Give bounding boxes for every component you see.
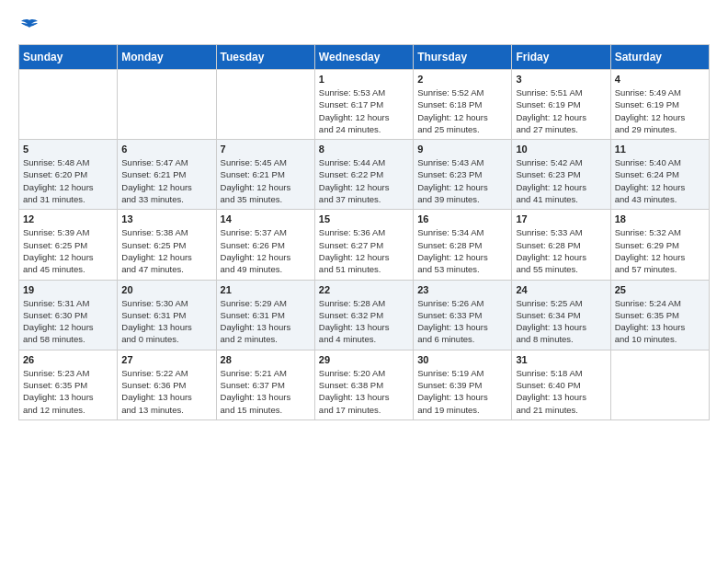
day-cell: 2Sunrise: 5:52 AM Sunset: 6:18 PM Daylig… <box>414 70 512 140</box>
day-number: 29 <box>319 354 409 365</box>
day-info: Sunrise: 5:42 AM Sunset: 6:23 PM Dayligh… <box>516 156 606 205</box>
day-header-thursday: Thursday <box>414 45 512 70</box>
day-number: 28 <box>221 354 311 365</box>
day-number: 5 <box>23 144 113 155</box>
day-cell: 28Sunrise: 5:21 AM Sunset: 6:37 PM Dayli… <box>216 350 314 419</box>
day-info: Sunrise: 5:20 AM Sunset: 6:38 PM Dayligh… <box>319 367 409 416</box>
day-number: 10 <box>516 144 606 155</box>
day-cell: 9Sunrise: 5:43 AM Sunset: 6:23 PM Daylig… <box>414 140 512 210</box>
day-header-saturday: Saturday <box>610 45 709 70</box>
day-info: Sunrise: 5:53 AM Sunset: 6:17 PM Dayligh… <box>319 86 409 135</box>
day-cell: 16Sunrise: 5:34 AM Sunset: 6:28 PM Dayli… <box>414 210 512 280</box>
calendar-table: SundayMondayTuesdayWednesdayThursdayFrid… <box>18 44 710 420</box>
day-cell: 11Sunrise: 5:40 AM Sunset: 6:24 PM Dayli… <box>610 140 709 210</box>
day-cell: 19Sunrise: 5:31 AM Sunset: 6:30 PM Dayli… <box>19 280 118 350</box>
day-cell: 12Sunrise: 5:39 AM Sunset: 6:25 PM Dayli… <box>19 210 118 280</box>
day-number: 20 <box>121 284 211 295</box>
day-info: Sunrise: 5:43 AM Sunset: 6:23 PM Dayligh… <box>417 156 507 205</box>
day-cell: 29Sunrise: 5:20 AM Sunset: 6:38 PM Dayli… <box>314 350 413 419</box>
week-row-3: 12Sunrise: 5:39 AM Sunset: 6:25 PM Dayli… <box>19 210 710 280</box>
day-number: 23 <box>417 284 507 295</box>
day-number: 9 <box>417 144 507 155</box>
day-info: Sunrise: 5:36 AM Sunset: 6:27 PM Dayligh… <box>319 226 409 275</box>
day-cell: 13Sunrise: 5:38 AM Sunset: 6:25 PM Dayli… <box>118 210 216 280</box>
day-number: 6 <box>121 144 211 155</box>
day-info: Sunrise: 5:51 AM Sunset: 6:19 PM Dayligh… <box>516 86 606 135</box>
day-cell: 10Sunrise: 5:42 AM Sunset: 6:23 PM Dayli… <box>512 140 610 210</box>
day-number: 19 <box>23 284 113 295</box>
day-cell: 5Sunrise: 5:48 AM Sunset: 6:20 PM Daylig… <box>19 140 118 210</box>
day-number: 2 <box>417 74 507 85</box>
day-cell: 18Sunrise: 5:32 AM Sunset: 6:29 PM Dayli… <box>610 210 709 280</box>
day-info: Sunrise: 5:24 AM Sunset: 6:35 PM Dayligh… <box>615 297 705 346</box>
day-info: Sunrise: 5:37 AM Sunset: 6:26 PM Dayligh… <box>221 226 311 275</box>
day-number: 30 <box>417 354 507 365</box>
day-info: Sunrise: 5:30 AM Sunset: 6:31 PM Dayligh… <box>121 297 211 346</box>
day-number: 4 <box>615 74 705 85</box>
day-info: Sunrise: 5:18 AM Sunset: 6:40 PM Dayligh… <box>516 367 606 416</box>
day-cell: 14Sunrise: 5:37 AM Sunset: 6:26 PM Dayli… <box>216 210 314 280</box>
day-cell: 24Sunrise: 5:25 AM Sunset: 6:34 PM Dayli… <box>512 280 610 350</box>
day-cell: 4Sunrise: 5:49 AM Sunset: 6:19 PM Daylig… <box>610 70 709 140</box>
day-cell: 20Sunrise: 5:30 AM Sunset: 6:31 PM Dayli… <box>118 280 216 350</box>
day-number: 1 <box>319 74 409 85</box>
day-cell: 30Sunrise: 5:19 AM Sunset: 6:39 PM Dayli… <box>414 350 512 419</box>
day-info: Sunrise: 5:40 AM Sunset: 6:24 PM Dayligh… <box>615 156 705 205</box>
day-cell <box>19 70 118 140</box>
day-cell: 8Sunrise: 5:44 AM Sunset: 6:22 PM Daylig… <box>314 140 413 210</box>
day-cell <box>118 70 216 140</box>
day-cell <box>216 70 314 140</box>
day-info: Sunrise: 5:29 AM Sunset: 6:31 PM Dayligh… <box>221 297 311 346</box>
day-info: Sunrise: 5:49 AM Sunset: 6:19 PM Dayligh… <box>615 86 705 135</box>
day-cell: 31Sunrise: 5:18 AM Sunset: 6:40 PM Dayli… <box>512 350 610 419</box>
day-number: 16 <box>417 213 507 224</box>
calendar-header-row: SundayMondayTuesdayWednesdayThursdayFrid… <box>19 45 710 70</box>
day-number: 26 <box>23 354 113 365</box>
page-header <box>18 18 710 35</box>
logo-bird-icon <box>20 18 39 35</box>
day-info: Sunrise: 5:48 AM Sunset: 6:20 PM Dayligh… <box>23 156 113 205</box>
day-cell: 3Sunrise: 5:51 AM Sunset: 6:19 PM Daylig… <box>512 70 610 140</box>
day-header-wednesday: Wednesday <box>314 45 413 70</box>
day-number: 21 <box>221 284 311 295</box>
day-cell: 7Sunrise: 5:45 AM Sunset: 6:21 PM Daylig… <box>216 140 314 210</box>
week-row-2: 5Sunrise: 5:48 AM Sunset: 6:20 PM Daylig… <box>19 140 710 210</box>
day-number: 22 <box>319 284 409 295</box>
week-row-4: 19Sunrise: 5:31 AM Sunset: 6:30 PM Dayli… <box>19 280 710 350</box>
day-cell: 21Sunrise: 5:29 AM Sunset: 6:31 PM Dayli… <box>216 280 314 350</box>
day-info: Sunrise: 5:47 AM Sunset: 6:21 PM Dayligh… <box>121 156 211 205</box>
day-cell: 25Sunrise: 5:24 AM Sunset: 6:35 PM Dayli… <box>610 280 709 350</box>
day-cell: 26Sunrise: 5:23 AM Sunset: 6:35 PM Dayli… <box>19 350 118 419</box>
day-number: 24 <box>516 284 606 295</box>
day-info: Sunrise: 5:31 AM Sunset: 6:30 PM Dayligh… <box>23 297 113 346</box>
day-info: Sunrise: 5:34 AM Sunset: 6:28 PM Dayligh… <box>417 226 507 275</box>
logo <box>18 18 39 35</box>
week-row-1: 1Sunrise: 5:53 AM Sunset: 6:17 PM Daylig… <box>19 70 710 140</box>
day-cell: 15Sunrise: 5:36 AM Sunset: 6:27 PM Dayli… <box>314 210 413 280</box>
day-info: Sunrise: 5:52 AM Sunset: 6:18 PM Dayligh… <box>417 86 507 135</box>
day-number: 15 <box>319 213 409 224</box>
day-info: Sunrise: 5:44 AM Sunset: 6:22 PM Dayligh… <box>319 156 409 205</box>
day-info: Sunrise: 5:28 AM Sunset: 6:32 PM Dayligh… <box>319 297 409 346</box>
day-info: Sunrise: 5:38 AM Sunset: 6:25 PM Dayligh… <box>121 226 211 275</box>
day-number: 8 <box>319 144 409 155</box>
day-cell: 17Sunrise: 5:33 AM Sunset: 6:28 PM Dayli… <box>512 210 610 280</box>
day-number: 31 <box>516 354 606 365</box>
day-cell: 1Sunrise: 5:53 AM Sunset: 6:17 PM Daylig… <box>314 70 413 140</box>
day-header-monday: Monday <box>118 45 216 70</box>
day-info: Sunrise: 5:33 AM Sunset: 6:28 PM Dayligh… <box>516 226 606 275</box>
day-info: Sunrise: 5:19 AM Sunset: 6:39 PM Dayligh… <box>417 367 507 416</box>
day-number: 25 <box>615 284 705 295</box>
day-info: Sunrise: 5:32 AM Sunset: 6:29 PM Dayligh… <box>615 226 705 275</box>
day-cell: 23Sunrise: 5:26 AM Sunset: 6:33 PM Dayli… <box>414 280 512 350</box>
day-number: 12 <box>23 213 113 224</box>
day-number: 13 <box>121 213 211 224</box>
day-number: 11 <box>615 144 705 155</box>
day-info: Sunrise: 5:45 AM Sunset: 6:21 PM Dayligh… <box>221 156 311 205</box>
day-number: 14 <box>221 213 311 224</box>
day-info: Sunrise: 5:39 AM Sunset: 6:25 PM Dayligh… <box>23 226 113 275</box>
day-cell: 22Sunrise: 5:28 AM Sunset: 6:32 PM Dayli… <box>314 280 413 350</box>
day-header-friday: Friday <box>512 45 610 70</box>
day-number: 18 <box>615 213 705 224</box>
week-row-5: 26Sunrise: 5:23 AM Sunset: 6:35 PM Dayli… <box>19 350 710 419</box>
